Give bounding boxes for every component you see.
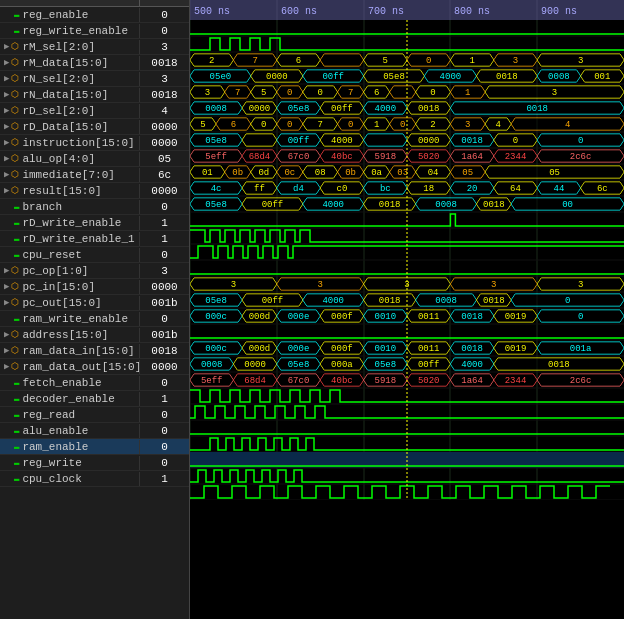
signal-name-text: rN_data[15:0]: [22, 89, 108, 101]
bus-icon: ⬡: [11, 41, 19, 52]
signal-name: ▶⬡pc_in[15:0]: [0, 280, 140, 294]
signal-row[interactable]: ▬reg_write0: [0, 455, 189, 471]
signal-row[interactable]: ▶⬡address[15:0]001b: [0, 327, 189, 343]
signal-name: ▶⬡rM_data[15:0]: [0, 56, 140, 70]
signal-row[interactable]: ▶⬡rN_data[15:0]0018: [0, 87, 189, 103]
expand-icon[interactable]: ▶: [4, 169, 9, 180]
expand-icon[interactable]: ▶: [4, 73, 9, 84]
expand-icon[interactable]: ▶: [4, 153, 9, 164]
bus-icon: ⬡: [11, 169, 19, 180]
signal-row[interactable]: ▶⬡immediate[7:0]6c: [0, 167, 189, 183]
signal-name: ▶⬡rM_sel[2:0]: [0, 40, 140, 54]
signal-value-text: 0018: [140, 344, 189, 358]
signal-row[interactable]: ▶⬡instruction[15:0]0000: [0, 135, 189, 151]
bit-icon: ▬: [14, 442, 19, 452]
signal-name: ▶⬡pc_op[1:0]: [0, 264, 140, 278]
signal-row[interactable]: ▶⬡pc_in[15:0]0000: [0, 279, 189, 295]
waveform-panel[interactable]: [190, 0, 624, 619]
signal-row[interactable]: ▬decoder_enable1: [0, 391, 189, 407]
signal-row[interactable]: ▶⬡pc_out[15:0]001b: [0, 295, 189, 311]
bit-icon: ▬: [14, 410, 19, 420]
bit-icon: ▬: [14, 234, 19, 244]
signal-row[interactable]: ▶⬡alu_op[4:0]05: [0, 151, 189, 167]
expand-icon[interactable]: ▶: [4, 105, 9, 116]
bit-icon: ▬: [14, 202, 19, 212]
signal-row[interactable]: ▬cpu_reset0: [0, 247, 189, 263]
signal-row[interactable]: ▬reg_read0: [0, 407, 189, 423]
signal-row[interactable]: ▶⬡rD_Data[15:0]0000: [0, 119, 189, 135]
signal-name: ▬branch: [0, 200, 140, 214]
signal-row[interactable]: ▶⬡rM_data[15:0]0018: [0, 55, 189, 71]
expand-icon[interactable]: ▶: [4, 185, 9, 196]
expand-icon[interactable]: ▶: [4, 329, 9, 340]
signal-name-text: immediate[7:0]: [22, 169, 114, 181]
signal-value-text: 3: [140, 40, 189, 54]
signal-list-panel: ▬reg_enable0▬reg_write_enable0▶⬡rM_sel[2…: [0, 0, 190, 619]
expand-icon[interactable]: ▶: [4, 121, 9, 132]
bus-icon: ⬡: [11, 137, 19, 148]
signal-row[interactable]: ▬fetch_enable0: [0, 375, 189, 391]
bus-icon: ⬡: [11, 57, 19, 68]
bit-icon: ▬: [14, 218, 19, 228]
signal-value-text: 0: [140, 376, 189, 390]
signal-row[interactable]: ▬ram_enable0: [0, 439, 189, 455]
signal-row[interactable]: ▶⬡rM_sel[2:0]3: [0, 39, 189, 55]
signal-name-text: ram_data_out[15:0]: [22, 361, 140, 373]
signal-name-text: alu_enable: [22, 425, 88, 437]
signal-name: ▬alu_enable: [0, 424, 140, 438]
signal-row[interactable]: ▬ram_write_enable0: [0, 311, 189, 327]
signal-value-text: 0: [140, 456, 189, 470]
signal-name: ▬cpu_clock: [0, 472, 140, 486]
signal-value-text: 0000: [140, 136, 189, 150]
expand-icon[interactable]: ▶: [4, 361, 9, 372]
signal-row[interactable]: ▬reg_write_enable0: [0, 23, 189, 39]
bit-icon: ▬: [14, 250, 19, 260]
signal-row[interactable]: ▬reg_enable0: [0, 7, 189, 23]
signal-row[interactable]: ▶⬡ram_data_in[15:0]0018: [0, 343, 189, 359]
signal-row[interactable]: ▬rD_write_enable1: [0, 215, 189, 231]
signal-name-text: reg_read: [22, 409, 75, 421]
signal-name-text: rN_sel[2:0]: [22, 73, 95, 85]
signal-value-text: 0000: [140, 120, 189, 134]
signal-name: ▬reg_enable: [0, 8, 140, 22]
signal-name-text: pc_op[1:0]: [22, 265, 88, 277]
signal-value-text: 0: [140, 8, 189, 22]
expand-icon[interactable]: ▶: [4, 297, 9, 308]
signal-name-text: ram_data_in[15:0]: [22, 345, 134, 357]
signal-row[interactable]: ▶⬡rN_sel[2:0]3: [0, 71, 189, 87]
signal-row[interactable]: ▶⬡pc_op[1:0]3: [0, 263, 189, 279]
signal-value-text: 0000: [140, 360, 189, 374]
signal-name-text: rM_sel[2:0]: [22, 41, 95, 53]
signal-value-text: 6c: [140, 168, 189, 182]
expand-icon[interactable]: ▶: [4, 89, 9, 100]
signal-name-text: cpu_reset: [22, 249, 81, 261]
signal-value-text: 0: [140, 248, 189, 262]
bit-icon: ▬: [14, 394, 19, 404]
signal-row[interactable]: ▬rD_write_enable_11: [0, 231, 189, 247]
signal-name-text: rD_write_enable: [22, 217, 121, 229]
signal-value-text: 1: [140, 232, 189, 246]
signal-name: ▬reg_write_enable: [0, 24, 140, 38]
signal-row[interactable]: ▬branch0: [0, 199, 189, 215]
signal-row[interactable]: ▶⬡rD_sel[2:0]4: [0, 103, 189, 119]
bit-icon: ▬: [14, 378, 19, 388]
expand-icon[interactable]: ▶: [4, 281, 9, 292]
signal-row[interactable]: ▬alu_enable0: [0, 423, 189, 439]
signal-name-text: reg_write_enable: [22, 25, 128, 37]
signal-row[interactable]: ▶⬡ram_data_out[15:0]0000: [0, 359, 189, 375]
expand-icon[interactable]: ▶: [4, 265, 9, 276]
signal-value-text: 0000: [140, 280, 189, 294]
signal-name: ▬cpu_reset: [0, 248, 140, 262]
signal-row[interactable]: ▶⬡result[15:0]0000: [0, 183, 189, 199]
signal-name-text: cpu_clock: [22, 473, 81, 485]
expand-icon[interactable]: ▶: [4, 137, 9, 148]
expand-icon[interactable]: ▶: [4, 41, 9, 52]
signal-row[interactable]: ▬cpu_clock1: [0, 471, 189, 487]
expand-icon[interactable]: ▶: [4, 345, 9, 356]
signal-value-text: 001b: [140, 296, 189, 310]
expand-icon[interactable]: ▶: [4, 57, 9, 68]
signal-name: ▶⬡alu_op[4:0]: [0, 152, 140, 166]
signal-list: ▬reg_enable0▬reg_write_enable0▶⬡rM_sel[2…: [0, 7, 189, 487]
name-column-header: [0, 0, 140, 6]
signal-name-text: rD_Data[15:0]: [22, 121, 108, 133]
